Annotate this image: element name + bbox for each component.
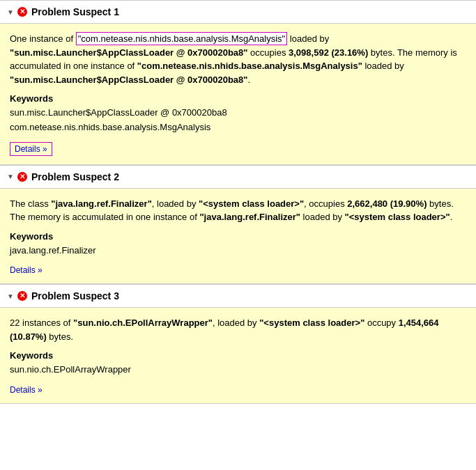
keywords-section-1: Keywordssun.misc.Launcher$AppClassLoader… [10, 93, 466, 135]
desc-bold: "java.lang.ref.Finalizer" [51, 198, 152, 209]
section-header-2[interactable]: ▼ ✕ Problem Suspect 2 [0, 165, 476, 189]
section-header-1[interactable]: ▼ ✕ Problem Suspect 1 [0, 0, 476, 24]
problem-suspect-section-1: ▼ ✕ Problem Suspect 1 One instance of "c… [0, 0, 476, 165]
desc-text: The class [10, 198, 51, 209]
chevron-icon-2: ▼ [7, 173, 14, 180]
section-body-2: The class "java.lang.ref.Finalizer", loa… [0, 189, 476, 285]
desc-text: loaded by [287, 33, 329, 44]
desc-bold: "sun.misc.Launcher$AppClassLoader @ 0x70… [10, 47, 247, 58]
details-link-3[interactable]: Details » [10, 385, 43, 395]
desc-bold: "java.lang.ref.Finalizer" [199, 212, 300, 222]
desc-text: , loaded by [213, 318, 259, 328]
section-title-2: Problem Suspect 2 [31, 171, 119, 182]
problem-suspect-section-2: ▼ ✕ Problem Suspect 2 The class "java.la… [0, 165, 476, 285]
desc-bold: "sun.misc.Launcher$AppClassLoader @ 0x70… [10, 75, 247, 85]
keywords-text-3: sun.nio.ch.EPollArrayWrapper [10, 363, 466, 377]
desc-text: occupies [247, 47, 289, 58]
section-title-3: Problem Suspect 3 [31, 290, 119, 301]
section-body-3: 22 instances of "sun.nio.ch.EPollArrayWr… [0, 308, 476, 404]
desc-text: . [247, 75, 250, 85]
desc-bold: "<system class loader>" [259, 318, 364, 328]
desc-text: One instance of [10, 33, 76, 44]
keywords-label-2: Keywords [10, 231, 466, 242]
error-icon-1: ✕ [17, 7, 27, 17]
desc-text: 22 instances of [10, 318, 73, 328]
description-1: One instance of "com.netease.nis.nhids.b… [10, 32, 466, 86]
keywords-section-3: Keywordssun.nio.ch.EPollArrayWrapper [10, 350, 466, 377]
error-icon-2: ✕ [17, 172, 27, 182]
desc-bold: "sun.nio.ch.EPollArrayWrapper" [73, 318, 213, 328]
desc-text: . [450, 212, 453, 222]
desc-bold: "<system class loader>" [199, 198, 304, 209]
chevron-icon-3: ▼ [7, 292, 14, 300]
keywords-section-2: Keywordsjava.lang.ref.Finalizer [10, 231, 466, 258]
keywords-text-1: sun.misc.Launcher$AppClassLoader @ 0x700… [10, 106, 466, 135]
keywords-text-2: java.lang.ref.Finalizer [10, 244, 466, 258]
desc-bold: 3,098,592 (23.16%) [289, 47, 368, 58]
desc-text: occupy [364, 318, 398, 328]
section-title-1: Problem Suspect 1 [31, 6, 119, 17]
description-2: The class "java.lang.ref.Finalizer", loa… [10, 197, 466, 224]
desc-text: bytes. [47, 331, 73, 342]
keywords-label-1: Keywords [10, 93, 466, 104]
desc-text: , loaded by [152, 198, 199, 209]
desc-text: loaded by [300, 212, 345, 222]
details-link-2[interactable]: Details » [10, 265, 43, 275]
description-3: 22 instances of "sun.nio.ch.EPollArrayWr… [10, 316, 466, 343]
section-header-3[interactable]: ▼ ✕ Problem Suspect 3 [0, 284, 476, 308]
section-body-1: One instance of "com.netease.nis.nhids.b… [0, 24, 476, 165]
desc-bold: "<system class loader>" [345, 212, 450, 222]
problem-suspect-section-3: ▼ ✕ Problem Suspect 3 22 instances of "s… [0, 284, 476, 404]
details-link-1[interactable]: Details » [10, 142, 52, 156]
desc-bold: "com.netease.nis.nhids.base.analysis.Msg… [137, 61, 362, 71]
keywords-label-3: Keywords [10, 350, 466, 361]
error-icon-3: ✕ [17, 291, 27, 301]
desc-highlighted: "com.netease.nis.nhids.base.analysis.Msg… [76, 32, 288, 45]
chevron-icon-1: ▼ [7, 8, 14, 16]
desc-bold: 2,662,480 (19.90%) [347, 198, 427, 209]
desc-text: , occupies [304, 198, 347, 209]
desc-text: loaded by [362, 61, 404, 71]
